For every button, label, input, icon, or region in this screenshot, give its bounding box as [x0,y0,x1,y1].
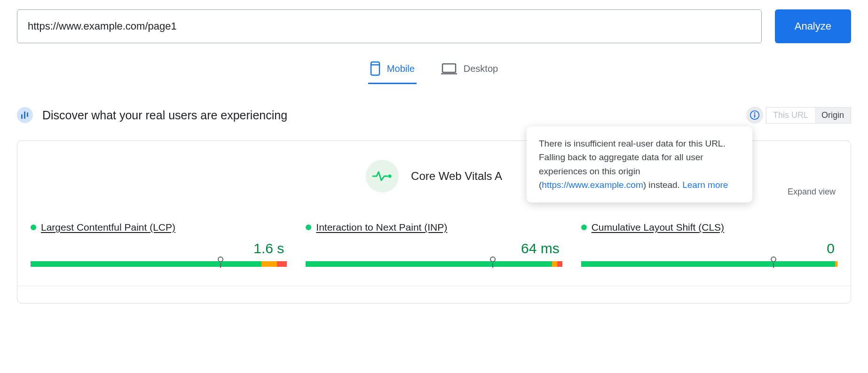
url-input[interactable] [17,9,762,43]
mobile-icon [370,61,380,76]
metric-cls: Cumulative Layout Shift (CLS) 0 [581,222,837,267]
metric-inp-label[interactable]: Interaction to Next Paint (INP) [316,222,447,233]
metric-cls-value: 0 [581,241,837,256]
metric-inp-bar [306,261,562,267]
expand-view-link[interactable]: Expand view [788,187,836,197]
svg-rect-0 [371,62,379,75]
crux-icon [17,107,33,123]
analyze-button[interactable]: Analyze [775,9,851,43]
metric-inp-value: 64 ms [306,241,562,256]
metric-lcp: Largest Contentful Paint (LCP) 1.6 s [31,222,287,267]
svg-point-7 [388,175,392,178]
section-title: Discover what your real users are experi… [42,109,287,122]
tab-desktop-label: Desktop [464,63,498,74]
metric-inp: Interaction to Next Paint (INP) 64 ms [306,222,562,267]
desktop-icon [441,62,457,75]
scope-origin[interactable]: Origin [815,108,851,123]
info-icon[interactable] [746,107,763,124]
tooltip-origin-link[interactable]: https://www.example.com [542,180,643,190]
section-header: Discover what your real users are experi… [17,107,851,124]
scope-this-url: This URL [766,108,815,123]
metric-cls-label[interactable]: Cumulative Layout Shift (CLS) [592,222,724,233]
metrics-row: Largest Contentful Paint (LCP) 1.6 s Int… [31,222,837,267]
scope-toggle: This URL Origin [766,107,851,124]
url-bar-row: Analyze [17,9,851,43]
pulse-icon [366,160,399,193]
device-tabs: Mobile Desktop [17,58,851,84]
svg-point-5 [754,112,756,114]
tooltip-learn-more-link[interactable]: Learn more [682,180,728,190]
status-good-dot [581,225,587,230]
insufficient-data-tooltip: There is insufficient real-user data for… [527,126,752,202]
status-good-dot [306,225,311,230]
tab-desktop[interactable]: Desktop [439,58,500,84]
metric-cls-bar [581,261,837,267]
divider [17,286,851,286]
metric-lcp-label[interactable]: Largest Contentful Paint (LCP) [41,222,175,233]
svg-rect-6 [754,114,755,117]
status-good-dot [31,225,36,230]
metric-lcp-bar [31,261,287,267]
cwv-title: Core Web Vitals A [411,170,502,183]
svg-rect-2 [442,64,456,72]
tab-mobile-label: Mobile [387,63,415,74]
scope-controls: This URL Origin There is insufficient re… [746,107,851,124]
metric-lcp-value: 1.6 s [31,241,287,256]
tooltip-text-mid: ) instead. [643,180,682,190]
tab-mobile[interactable]: Mobile [368,58,417,84]
